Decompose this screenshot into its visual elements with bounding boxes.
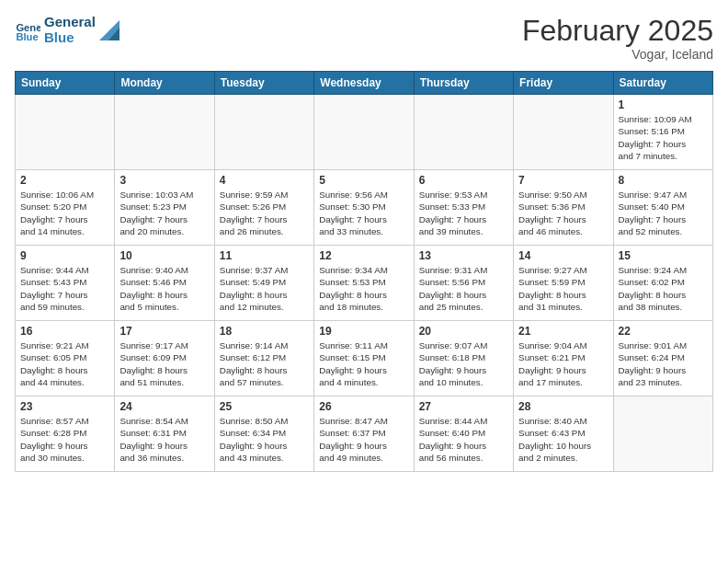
day-cell: 8Sunrise: 9:47 AM Sunset: 5:40 PM Daylig… — [613, 170, 712, 246]
day-number: 24 — [119, 400, 209, 413]
col-header-saturday: Saturday — [613, 72, 712, 95]
day-number: 13 — [419, 249, 508, 262]
day-number: 5 — [319, 174, 408, 187]
day-cell: 17Sunrise: 9:17 AM Sunset: 6:09 PM Dayli… — [115, 321, 214, 396]
day-number: 16 — [20, 325, 109, 338]
day-number: 22 — [619, 325, 708, 338]
day-number: 25 — [220, 400, 309, 413]
day-info: Sunrise: 9:50 AM Sunset: 5:36 PM Dayligh… — [518, 189, 608, 237]
day-cell: 26Sunrise: 8:47 AM Sunset: 6:37 PM Dayli… — [314, 396, 414, 472]
day-number: 18 — [220, 325, 309, 338]
day-info: Sunrise: 9:59 AM Sunset: 5:26 PM Dayligh… — [220, 189, 309, 237]
day-cell: 11Sunrise: 9:37 AM Sunset: 5:49 PM Dayli… — [214, 246, 313, 321]
day-number: 12 — [319, 249, 408, 262]
day-cell: 15Sunrise: 9:24 AM Sunset: 6:02 PM Dayli… — [613, 246, 712, 321]
day-cell: 6Sunrise: 9:53 AM Sunset: 5:33 PM Daylig… — [414, 170, 513, 246]
day-cell — [16, 95, 115, 170]
col-header-monday: Monday — [115, 72, 214, 95]
day-cell: 28Sunrise: 8:40 AM Sunset: 6:43 PM Dayli… — [514, 396, 613, 472]
day-cell: 9Sunrise: 9:44 AM Sunset: 5:43 PM Daylig… — [16, 246, 115, 321]
day-info: Sunrise: 9:53 AM Sunset: 5:33 PM Dayligh… — [419, 189, 508, 237]
day-cell: 24Sunrise: 8:54 AM Sunset: 6:31 PM Dayli… — [115, 396, 214, 472]
day-info: Sunrise: 8:40 AM Sunset: 6:43 PM Dayligh… — [518, 415, 608, 464]
day-info: Sunrise: 8:57 AM Sunset: 6:28 PM Dayligh… — [20, 415, 109, 464]
day-info: Sunrise: 9:17 AM Sunset: 6:09 PM Dayligh… — [119, 339, 209, 388]
calendar-table: SundayMondayTuesdayWednesdayThursdayFrid… — [15, 71, 713, 472]
logo-triangle-icon — [99, 20, 119, 40]
day-info: Sunrise: 9:24 AM Sunset: 6:02 PM Dayligh… — [619, 264, 708, 313]
day-number: 11 — [220, 249, 309, 262]
day-cell: 14Sunrise: 9:27 AM Sunset: 5:59 PM Dayli… — [514, 246, 613, 321]
col-header-thursday: Thursday — [414, 72, 513, 95]
day-info: Sunrise: 9:21 AM Sunset: 6:05 PM Dayligh… — [20, 339, 109, 388]
day-cell: 19Sunrise: 9:11 AM Sunset: 6:15 PM Dayli… — [314, 321, 414, 396]
week-row-5: 23Sunrise: 8:57 AM Sunset: 6:28 PM Dayli… — [16, 396, 713, 472]
day-cell — [514, 95, 613, 170]
day-cell: 4Sunrise: 9:59 AM Sunset: 5:26 PM Daylig… — [214, 170, 313, 246]
title-area: February 2025 Vogar, Iceland — [522, 15, 713, 62]
day-info: Sunrise: 10:09 AM Sunset: 5:16 PM Daylig… — [619, 113, 708, 162]
svg-text:Blue: Blue — [16, 31, 38, 42]
day-cell: 16Sunrise: 9:21 AM Sunset: 6:05 PM Dayli… — [16, 321, 115, 396]
day-cell: 5Sunrise: 9:56 AM Sunset: 5:30 PM Daylig… — [314, 170, 414, 246]
page: General Blue General Blue February 2025 … — [0, 0, 728, 483]
week-row-4: 16Sunrise: 9:21 AM Sunset: 6:05 PM Dayli… — [16, 321, 713, 396]
day-info: Sunrise: 8:44 AM Sunset: 6:40 PM Dayligh… — [419, 415, 508, 464]
day-number: 10 — [119, 249, 209, 262]
day-cell — [214, 95, 313, 170]
day-cell: 18Sunrise: 9:14 AM Sunset: 6:12 PM Dayli… — [214, 321, 313, 396]
day-info: Sunrise: 9:40 AM Sunset: 5:46 PM Dayligh… — [119, 264, 209, 313]
logo-blue: Blue — [44, 30, 96, 46]
day-cell: 1Sunrise: 10:09 AM Sunset: 5:16 PM Dayli… — [613, 95, 712, 170]
day-number: 14 — [518, 249, 608, 262]
logo-general: General — [44, 15, 96, 30]
col-header-sunday: Sunday — [16, 72, 115, 95]
day-number: 1 — [619, 98, 708, 111]
day-cell: 25Sunrise: 8:50 AM Sunset: 6:34 PM Dayli… — [214, 396, 313, 472]
location: Vogar, Iceland — [522, 47, 713, 62]
day-number: 27 — [419, 400, 508, 413]
day-number: 28 — [518, 400, 608, 413]
day-cell: 12Sunrise: 9:34 AM Sunset: 5:53 PM Dayli… — [314, 246, 414, 321]
day-cell: 20Sunrise: 9:07 AM Sunset: 6:18 PM Dayli… — [414, 321, 513, 396]
month-title: February 2025 — [522, 15, 713, 47]
day-cell: 13Sunrise: 9:31 AM Sunset: 5:56 PM Dayli… — [414, 246, 513, 321]
day-cell: 21Sunrise: 9:04 AM Sunset: 6:21 PM Dayli… — [514, 321, 613, 396]
day-number: 6 — [419, 174, 508, 187]
day-info: Sunrise: 9:34 AM Sunset: 5:53 PM Dayligh… — [319, 264, 408, 313]
week-row-1: 1Sunrise: 10:09 AM Sunset: 5:16 PM Dayli… — [16, 95, 713, 170]
day-cell: 10Sunrise: 9:40 AM Sunset: 5:46 PM Dayli… — [115, 246, 214, 321]
day-cell — [314, 95, 414, 170]
day-number: 17 — [119, 325, 209, 338]
day-cell — [115, 95, 214, 170]
header: General Blue General Blue February 2025 … — [15, 15, 713, 62]
logo-icon: General Blue — [15, 17, 40, 43]
col-header-wednesday: Wednesday — [314, 72, 414, 95]
day-info: Sunrise: 9:27 AM Sunset: 5:59 PM Dayligh… — [518, 264, 608, 313]
day-cell: 7Sunrise: 9:50 AM Sunset: 5:36 PM Daylig… — [514, 170, 613, 246]
day-number: 21 — [518, 325, 608, 338]
col-header-friday: Friday — [514, 72, 613, 95]
calendar-header-row: SundayMondayTuesdayWednesdayThursdayFrid… — [16, 72, 713, 95]
day-cell: 22Sunrise: 9:01 AM Sunset: 6:24 PM Dayli… — [613, 321, 712, 396]
day-number: 7 — [518, 174, 608, 187]
day-cell — [613, 396, 712, 472]
day-cell — [414, 95, 513, 170]
day-info: Sunrise: 9:31 AM Sunset: 5:56 PM Dayligh… — [419, 264, 508, 313]
day-info: Sunrise: 10:06 AM Sunset: 5:20 PM Daylig… — [20, 189, 109, 237]
day-info: Sunrise: 8:54 AM Sunset: 6:31 PM Dayligh… — [119, 415, 209, 464]
day-info: Sunrise: 9:56 AM Sunset: 5:30 PM Dayligh… — [319, 189, 408, 237]
day-number: 3 — [119, 174, 209, 187]
day-cell: 2Sunrise: 10:06 AM Sunset: 5:20 PM Dayli… — [16, 170, 115, 246]
day-number: 20 — [419, 325, 508, 338]
col-header-tuesday: Tuesday — [214, 72, 313, 95]
day-info: Sunrise: 9:47 AM Sunset: 5:40 PM Dayligh… — [619, 189, 708, 237]
week-row-2: 2Sunrise: 10:06 AM Sunset: 5:20 PM Dayli… — [16, 170, 713, 246]
day-cell: 3Sunrise: 10:03 AM Sunset: 5:23 PM Dayli… — [115, 170, 214, 246]
logo: General Blue General Blue — [15, 15, 119, 45]
day-cell: 23Sunrise: 8:57 AM Sunset: 6:28 PM Dayli… — [16, 396, 115, 472]
day-info: Sunrise: 9:11 AM Sunset: 6:15 PM Dayligh… — [319, 339, 408, 388]
day-info: Sunrise: 9:04 AM Sunset: 6:21 PM Dayligh… — [518, 339, 608, 388]
day-number: 26 — [319, 400, 408, 413]
day-info: Sunrise: 9:01 AM Sunset: 6:24 PM Dayligh… — [619, 339, 708, 388]
